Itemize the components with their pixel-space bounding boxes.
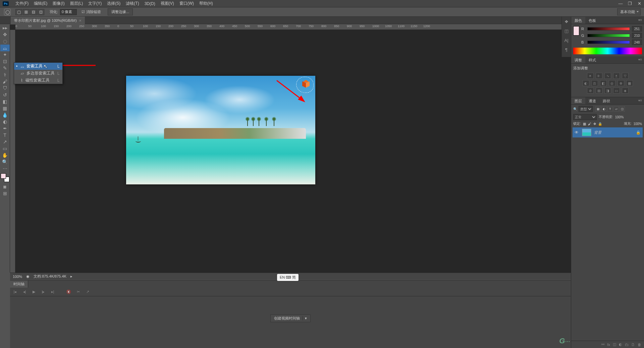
antialias-checkbox[interactable]: ☑ 消除锯齿 xyxy=(82,9,101,14)
menu-window[interactable]: 窗口(W) xyxy=(177,1,197,6)
delete-layer-icon[interactable]: 🗑 xyxy=(638,343,641,347)
link-layers-icon[interactable]: ⚯ xyxy=(601,342,604,347)
layer-name[interactable]: 背景 xyxy=(594,130,633,135)
chevron-down-icon[interactable]: ▾ xyxy=(303,316,307,321)
new-group-icon[interactable]: 🗀 xyxy=(625,343,629,347)
status-arrow-icon[interactable]: ▸ xyxy=(70,274,72,279)
lasso-tool-icon[interactable]: ⌓ xyxy=(0,45,10,51)
zoom-tool-icon[interactable]: 🔍 xyxy=(0,159,10,165)
color-balance-icon[interactable]: ⚖ xyxy=(591,80,598,86)
brush-tool-icon[interactable]: 🖌 xyxy=(0,78,10,85)
doc-info[interactable]: 文档:875.4K/875.4K xyxy=(34,274,66,279)
g-slider[interactable] xyxy=(587,34,630,37)
exposure-icon[interactable]: ± xyxy=(613,73,620,79)
quick-mask-tool-icon[interactable]: ◙ xyxy=(0,183,10,190)
timeline-tab[interactable]: 时间轴 xyxy=(10,281,28,288)
status-nav-icon[interactable]: ◉ xyxy=(26,274,30,279)
menu-edit[interactable]: 编辑(E) xyxy=(31,1,50,6)
layer-fx-icon[interactable]: fx xyxy=(607,343,610,347)
menu-file[interactable]: 文件(F) xyxy=(13,1,31,6)
eyedropper-tool-icon[interactable]: ✎ xyxy=(0,65,10,71)
threshold-icon[interactable]: ◨ xyxy=(604,88,611,94)
layer-row-background[interactable]: 👁 背景 🔒 xyxy=(573,127,643,137)
current-tool-preset-icon[interactable]: ◯ xyxy=(4,9,11,15)
audio-mute-icon[interactable]: 🔇 xyxy=(66,290,72,294)
clone-stamp-tool-icon[interactable]: ⛉ xyxy=(0,85,10,92)
new-layer-icon[interactable]: 🗋 xyxy=(631,343,635,347)
blur-tool-icon[interactable]: 💧 xyxy=(0,112,10,118)
brightness-contrast-icon[interactable]: ☀ xyxy=(587,73,594,79)
filter-adjustment-icon[interactable]: ◐ xyxy=(601,106,607,112)
crop-tool-icon[interactable]: ⊡ xyxy=(0,58,10,65)
tab-swatches[interactable]: 色板 xyxy=(585,17,599,24)
history-brush-tool-icon[interactable]: ↺ xyxy=(0,92,10,98)
r-value-input[interactable]: 251 xyxy=(632,26,642,32)
split-clip-icon[interactable]: ✂ xyxy=(75,290,81,294)
menu-image[interactable]: 图像(I) xyxy=(50,1,67,6)
menu-3d[interactable]: 3D(D) xyxy=(142,1,158,6)
selection-subtract-icon[interactable]: ⊟ xyxy=(30,9,37,15)
b-value-input[interactable]: 248 xyxy=(632,40,642,45)
type-tool-icon[interactable]: T xyxy=(0,132,10,138)
expand-handle-icon[interactable]: ▸▸ xyxy=(0,24,10,31)
document-tab-close-icon[interactable]: ✕ xyxy=(79,19,82,22)
selection-add-icon[interactable]: ⊞ xyxy=(23,9,30,15)
prev-frame-icon[interactable]: ◂| xyxy=(21,290,28,294)
goto-first-frame-icon[interactable]: |◂ xyxy=(12,290,18,294)
menu-select[interactable]: 选择(S) xyxy=(104,1,123,6)
color-swatches[interactable] xyxy=(1,173,9,182)
lock-pixels-icon[interactable]: 🖌 xyxy=(588,122,591,126)
color-lookup-icon[interactable]: ▦ xyxy=(626,80,633,86)
marquee-tool-icon[interactable]: ◌ xyxy=(0,38,10,45)
filter-type-icon[interactable]: T xyxy=(607,106,613,112)
hue-saturation-icon[interactable]: ◐ xyxy=(583,80,589,86)
filter-search-icon[interactable]: 🔍 xyxy=(573,107,577,111)
layer-mask-icon[interactable]: ◫ xyxy=(613,342,616,347)
r-slider[interactable] xyxy=(587,27,630,31)
document-tab[interactable]: 带水印图片素材.jpg @ 100%(RGB/8#) ✕ xyxy=(11,17,85,24)
vibrance-icon[interactable]: ▽ xyxy=(622,73,629,79)
tab-adjustments[interactable]: 调整 xyxy=(571,56,585,63)
panel-menu-icon[interactable]: ▾≡ xyxy=(636,97,644,104)
move-tool-icon[interactable]: ✥ xyxy=(0,31,10,38)
shape-tool-icon[interactable]: ▭ xyxy=(0,145,10,152)
channel-mixer-icon[interactable]: ⊕ xyxy=(618,80,624,86)
panel-menu-icon[interactable]: ▾≡ xyxy=(636,56,644,63)
feather-input[interactable]: 0 像素 xyxy=(60,9,77,15)
layer-thumbnail[interactable] xyxy=(582,129,591,136)
foreground-color-swatch[interactable] xyxy=(1,173,6,179)
refine-edge-button[interactable]: 调整边缘... xyxy=(108,8,133,15)
dodge-tool-icon[interactable]: ◐ xyxy=(0,118,10,125)
b-slider[interactable] xyxy=(587,41,630,44)
selective-color-icon[interactable]: ◈ xyxy=(622,88,629,94)
flyout-item-polygonal-lasso[interactable]: • ▱ 多边形套索工具 L xyxy=(14,70,62,77)
tab-styles[interactable]: 样式 xyxy=(585,56,599,63)
selection-new-icon[interactable]: ▢ xyxy=(15,9,22,15)
screen-mode-tool-icon[interactable]: ⊞ xyxy=(0,190,10,197)
spectrum-ramp[interactable] xyxy=(573,48,642,54)
panel-menu-icon[interactable]: ▾≡ xyxy=(636,17,644,24)
layer-visibility-icon[interactable]: 👁 xyxy=(575,130,579,135)
canvas-area[interactable] xyxy=(15,30,571,273)
path-selection-tool-icon[interactable]: ↗ xyxy=(0,138,10,145)
pen-tool-icon[interactable]: ✒ xyxy=(0,125,10,132)
filter-smart-icon[interactable]: ◫ xyxy=(620,106,625,112)
levels-icon[interactable]: ⊪ xyxy=(596,73,602,79)
layer-filter-type-select[interactable]: 类型 xyxy=(579,106,593,112)
tab-channels[interactable]: 通道 xyxy=(585,97,599,104)
transition-icon[interactable]: ↗ xyxy=(85,290,91,294)
filter-shape-icon[interactable]: ▱ xyxy=(613,106,619,112)
properties-panel-icon[interactable]: ◫ xyxy=(562,26,571,36)
menu-filter[interactable]: 滤镜(T) xyxy=(123,1,142,6)
paragraph-panel-icon[interactable]: ¶ xyxy=(562,45,571,54)
tab-color[interactable]: 颜色 xyxy=(571,17,585,24)
photo-filter-icon[interactable]: ◎ xyxy=(609,80,615,86)
zoom-level[interactable]: 100% xyxy=(13,275,22,279)
hand-tool-icon[interactable]: ✋ xyxy=(0,152,10,159)
opacity-value[interactable]: 100% xyxy=(615,115,624,119)
window-minimize-icon[interactable]: — xyxy=(616,1,625,6)
lock-position-icon[interactable]: ✥ xyxy=(593,122,596,126)
menu-view[interactable]: 视图(V) xyxy=(158,1,177,6)
lock-transparency-icon[interactable]: ▦ xyxy=(583,122,586,126)
selection-intersect-icon[interactable]: ⊡ xyxy=(38,9,44,15)
